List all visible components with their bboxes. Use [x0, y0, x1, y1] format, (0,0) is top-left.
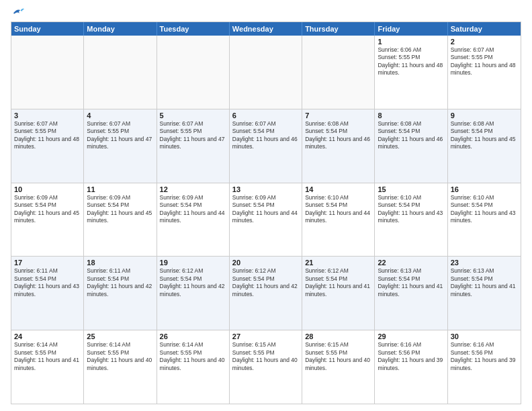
header-day-sunday: Sunday: [11, 22, 84, 36]
header-day-friday: Friday: [375, 22, 447, 36]
calendar-cell-day-3: 3Sunrise: 6:07 AM Sunset: 5:55 PM Daylig…: [11, 109, 84, 183]
calendar-cell-day-23: 23Sunrise: 6:13 AM Sunset: 5:54 PM Dayli…: [448, 257, 521, 330]
day-number: 29: [378, 332, 444, 340]
cell-text: Sunrise: 6:10 AM Sunset: 5:54 PM Dayligh…: [378, 194, 444, 225]
cell-text: Sunrise: 6:08 AM Sunset: 5:54 PM Dayligh…: [305, 120, 371, 151]
cell-text: Sunrise: 6:07 AM Sunset: 5:55 PM Dayligh…: [160, 120, 226, 151]
day-number: 20: [232, 259, 299, 267]
calendar-cell-day-1: 1Sunrise: 6:06 AM Sunset: 5:55 PM Daylig…: [375, 36, 447, 109]
cell-text: Sunrise: 6:09 AM Sunset: 5:54 PM Dayligh…: [232, 194, 299, 225]
calendar-row-4: 17Sunrise: 6:11 AM Sunset: 5:54 PM Dayli…: [11, 257, 521, 330]
cell-text: Sunrise: 6:16 AM Sunset: 5:56 PM Dayligh…: [378, 341, 444, 372]
calendar-row-2: 3Sunrise: 6:07 AM Sunset: 5:55 PM Daylig…: [11, 109, 521, 183]
calendar-cell-day-5: 5Sunrise: 6:07 AM Sunset: 5:55 PM Daylig…: [157, 109, 230, 183]
cell-text: Sunrise: 6:11 AM Sunset: 5:54 PM Dayligh…: [87, 267, 153, 298]
calendar-cell-empty: [230, 36, 302, 109]
day-number: 23: [451, 259, 518, 267]
cell-text: Sunrise: 6:07 AM Sunset: 5:55 PM Dayligh…: [87, 120, 153, 151]
calendar-cell-empty: [302, 36, 375, 109]
calendar-cell-day-21: 21Sunrise: 6:12 AM Sunset: 5:54 PM Dayli…: [302, 257, 375, 330]
cell-text: Sunrise: 6:14 AM Sunset: 5:55 PM Dayligh…: [160, 341, 226, 372]
calendar-cell-day-20: 20Sunrise: 6:12 AM Sunset: 5:54 PM Dayli…: [230, 257, 302, 330]
calendar-cell-day-9: 9Sunrise: 6:08 AM Sunset: 5:54 PM Daylig…: [448, 109, 521, 183]
day-number: 16: [451, 185, 518, 193]
calendar-cell-empty: [84, 36, 157, 109]
calendar-cell-empty: [11, 36, 84, 109]
calendar-cell-day-19: 19Sunrise: 6:12 AM Sunset: 5:54 PM Dayli…: [157, 257, 230, 330]
day-number: 6: [232, 111, 299, 120]
day-number: 21: [305, 259, 371, 267]
calendar-cell-day-25: 25Sunrise: 6:14 AM Sunset: 5:55 PM Dayli…: [84, 330, 157, 404]
day-number: 17: [14, 259, 81, 267]
day-number: 3: [14, 111, 81, 120]
day-number: 1: [378, 38, 444, 46]
calendar-cell-day-22: 22Sunrise: 6:13 AM Sunset: 5:54 PM Dayli…: [375, 257, 447, 330]
logo-bird-icon: [12, 7, 24, 16]
cell-text: Sunrise: 6:09 AM Sunset: 5:54 PM Dayligh…: [14, 194, 81, 225]
day-number: 26: [160, 332, 226, 340]
calendar: SundayMondayTuesdayWednesdayThursdayFrid…: [11, 21, 521, 404]
cell-text: Sunrise: 6:10 AM Sunset: 5:54 PM Dayligh…: [305, 194, 371, 225]
calendar-cell-day-17: 17Sunrise: 6:11 AM Sunset: 5:54 PM Dayli…: [11, 257, 84, 330]
day-number: 15: [378, 185, 444, 193]
cell-text: Sunrise: 6:12 AM Sunset: 5:54 PM Dayligh…: [305, 267, 371, 298]
day-number: 30: [451, 332, 518, 340]
calendar-cell-day-4: 4Sunrise: 6:07 AM Sunset: 5:55 PM Daylig…: [84, 109, 157, 183]
cell-text: Sunrise: 6:13 AM Sunset: 5:54 PM Dayligh…: [451, 267, 518, 298]
day-number: 13: [232, 185, 299, 193]
cell-text: Sunrise: 6:14 AM Sunset: 5:55 PM Dayligh…: [14, 341, 81, 372]
page: SundayMondayTuesdayWednesdayThursdayFrid…: [0, 0, 532, 411]
header-day-monday: Monday: [84, 22, 157, 36]
header-day-saturday: Saturday: [448, 22, 521, 36]
cell-text: Sunrise: 6:14 AM Sunset: 5:55 PM Dayligh…: [87, 341, 153, 372]
header-day-tuesday: Tuesday: [157, 22, 230, 36]
day-number: 28: [305, 332, 371, 340]
calendar-cell-day-16: 16Sunrise: 6:10 AM Sunset: 5:54 PM Dayli…: [448, 183, 521, 257]
day-number: 14: [305, 185, 371, 193]
cell-text: Sunrise: 6:07 AM Sunset: 5:54 PM Dayligh…: [232, 120, 299, 151]
day-number: 19: [160, 259, 226, 267]
day-number: 22: [378, 259, 444, 267]
cell-text: Sunrise: 6:06 AM Sunset: 5:55 PM Dayligh…: [378, 46, 444, 77]
day-number: 2: [451, 38, 518, 46]
day-number: 4: [87, 111, 153, 120]
calendar-cell-day-11: 11Sunrise: 6:09 AM Sunset: 5:54 PM Dayli…: [84, 183, 157, 257]
day-number: 5: [160, 111, 226, 120]
header-day-thursday: Thursday: [302, 22, 375, 36]
calendar-cell-day-24: 24Sunrise: 6:14 AM Sunset: 5:55 PM Dayli…: [11, 330, 84, 404]
calendar-cell-day-18: 18Sunrise: 6:11 AM Sunset: 5:54 PM Dayli…: [84, 257, 157, 330]
day-number: 10: [14, 185, 81, 193]
cell-text: Sunrise: 6:16 AM Sunset: 5:56 PM Dayligh…: [451, 341, 518, 372]
calendar-cell-day-14: 14Sunrise: 6:10 AM Sunset: 5:54 PM Dayli…: [302, 183, 375, 257]
calendar-cell-day-8: 8Sunrise: 6:08 AM Sunset: 5:54 PM Daylig…: [375, 109, 447, 183]
calendar-cell-day-12: 12Sunrise: 6:09 AM Sunset: 5:54 PM Dayli…: [157, 183, 230, 257]
calendar-cell-day-28: 28Sunrise: 6:15 AM Sunset: 5:55 PM Dayli…: [302, 330, 375, 404]
day-number: 7: [305, 111, 371, 120]
day-number: 9: [451, 111, 518, 120]
calendar-cell-day-26: 26Sunrise: 6:14 AM Sunset: 5:55 PM Dayli…: [157, 330, 230, 404]
day-number: 18: [87, 259, 153, 267]
cell-text: Sunrise: 6:09 AM Sunset: 5:54 PM Dayligh…: [160, 194, 226, 225]
cell-text: Sunrise: 6:07 AM Sunset: 5:55 PM Dayligh…: [451, 46, 518, 77]
calendar-row-1: 1Sunrise: 6:06 AM Sunset: 5:55 PM Daylig…: [11, 36, 521, 109]
calendar-body: 1Sunrise: 6:06 AM Sunset: 5:55 PM Daylig…: [11, 36, 521, 404]
calendar-cell-day-13: 13Sunrise: 6:09 AM Sunset: 5:54 PM Dayli…: [230, 183, 302, 257]
calendar-cell-day-2: 2Sunrise: 6:07 AM Sunset: 5:55 PM Daylig…: [448, 36, 521, 109]
cell-text: Sunrise: 6:12 AM Sunset: 5:54 PM Dayligh…: [160, 267, 226, 298]
calendar-cell-day-6: 6Sunrise: 6:07 AM Sunset: 5:54 PM Daylig…: [230, 109, 302, 183]
header: [11, 8, 521, 17]
day-number: 12: [160, 185, 226, 193]
calendar-cell-day-30: 30Sunrise: 6:16 AM Sunset: 5:56 PM Dayli…: [448, 330, 521, 404]
cell-text: Sunrise: 6:10 AM Sunset: 5:54 PM Dayligh…: [451, 194, 518, 225]
calendar-cell-day-27: 27Sunrise: 6:15 AM Sunset: 5:55 PM Dayli…: [230, 330, 302, 404]
calendar-header: SundayMondayTuesdayWednesdayThursdayFrid…: [11, 22, 521, 36]
logo: [11, 8, 24, 17]
day-number: 11: [87, 185, 153, 193]
day-number: 25: [87, 332, 153, 340]
calendar-row-5: 24Sunrise: 6:14 AM Sunset: 5:55 PM Dayli…: [11, 330, 521, 404]
cell-text: Sunrise: 6:08 AM Sunset: 5:54 PM Dayligh…: [451, 120, 518, 151]
cell-text: Sunrise: 6:13 AM Sunset: 5:54 PM Dayligh…: [378, 267, 444, 298]
day-number: 24: [14, 332, 81, 340]
cell-text: Sunrise: 6:12 AM Sunset: 5:54 PM Dayligh…: [232, 267, 299, 298]
cell-text: Sunrise: 6:15 AM Sunset: 5:55 PM Dayligh…: [305, 341, 371, 372]
